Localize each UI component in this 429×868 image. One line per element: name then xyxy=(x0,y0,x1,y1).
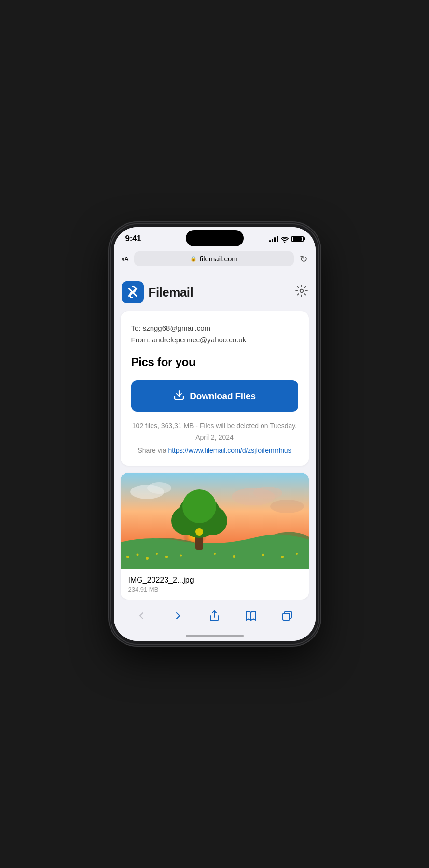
svg-point-7 xyxy=(147,482,171,494)
text-size-button[interactable]: aA xyxy=(122,255,128,263)
back-button[interactable] xyxy=(131,605,152,626)
svg-point-17 xyxy=(214,553,216,555)
dynamic-island xyxy=(186,230,244,246)
phone-frame: 9:41 xyxy=(111,224,318,644)
svg-point-12 xyxy=(136,553,138,556)
forward-button[interactable] xyxy=(167,605,189,626)
share-button[interactable] xyxy=(204,605,225,626)
home-indicator xyxy=(186,635,244,637)
file-info-row: IMG_20223_2...jpg 234.91 MB xyxy=(121,569,309,600)
file-info-text: 102 files, 363,31 MB - Files will be del… xyxy=(131,420,298,444)
url-text: filemail.com xyxy=(200,255,238,263)
svg-point-19 xyxy=(262,553,264,556)
email-card: To: szngg68@gmail.com From: andrelepenne… xyxy=(121,311,309,466)
file-thumbnail xyxy=(121,473,309,569)
filemail-logo-icon xyxy=(122,281,144,303)
share-prefix: Share via xyxy=(138,447,168,454)
svg-point-1 xyxy=(300,289,303,293)
svg-point-18 xyxy=(233,555,235,558)
file-name: IMG_20223_2...jpg xyxy=(128,576,301,584)
svg-point-15 xyxy=(165,556,168,558)
download-button-label: Download Files xyxy=(190,391,256,402)
browser-bar: aA 🔒 filemail.com ↻ xyxy=(114,247,316,271)
share-link-area: Share via https://www.filemail.com/d/zsj… xyxy=(131,447,298,454)
wifi-icon xyxy=(281,236,289,242)
download-icon xyxy=(173,389,185,403)
email-from: From: andrelepennec@yahoo.co.uk xyxy=(131,334,298,346)
svg-point-10 xyxy=(270,500,304,513)
svg-point-16 xyxy=(180,554,182,556)
tabs-button[interactable] xyxy=(277,605,298,626)
email-to: To: szngg68@gmail.com xyxy=(131,323,298,334)
app-header: Filemail xyxy=(121,279,309,311)
svg-rect-29 xyxy=(283,613,290,620)
logo-area: Filemail xyxy=(122,281,194,303)
battery-icon xyxy=(291,236,304,242)
bookmarks-button[interactable] xyxy=(240,605,262,626)
settings-icon[interactable] xyxy=(295,285,308,300)
svg-point-14 xyxy=(156,553,158,555)
svg-point-9 xyxy=(253,487,282,499)
svg-point-20 xyxy=(281,556,284,558)
content-area: Filemail To: szngg68@gmail.com From: and… xyxy=(114,271,316,600)
svg-point-13 xyxy=(146,557,149,560)
email-subject: Pics for you xyxy=(131,355,298,369)
app-title: Filemail xyxy=(149,285,194,300)
share-url-link[interactable]: https://www.filemail.com/d/zsjfoifemrrhi… xyxy=(168,447,291,454)
file-size: 234.91 MB xyxy=(128,586,301,593)
svg-point-11 xyxy=(126,556,129,558)
lock-icon: 🔒 xyxy=(190,256,197,262)
svg-point-26 xyxy=(182,489,216,523)
signal-bars-icon xyxy=(269,235,278,242)
url-bar[interactable]: 🔒 filemail.com xyxy=(134,251,294,266)
file-preview-card: IMG_20223_2...jpg 234.91 MB xyxy=(121,473,309,600)
email-meta: To: szngg68@gmail.com From: andrelepenne… xyxy=(131,323,298,346)
download-files-button[interactable]: Download Files xyxy=(131,380,298,412)
svg-point-27 xyxy=(195,528,203,536)
phone-screen: 9:41 xyxy=(114,227,316,641)
svg-point-21 xyxy=(296,553,298,555)
refresh-button[interactable]: ↻ xyxy=(300,253,308,265)
status-icons xyxy=(269,235,304,242)
status-time: 9:41 xyxy=(125,234,141,244)
